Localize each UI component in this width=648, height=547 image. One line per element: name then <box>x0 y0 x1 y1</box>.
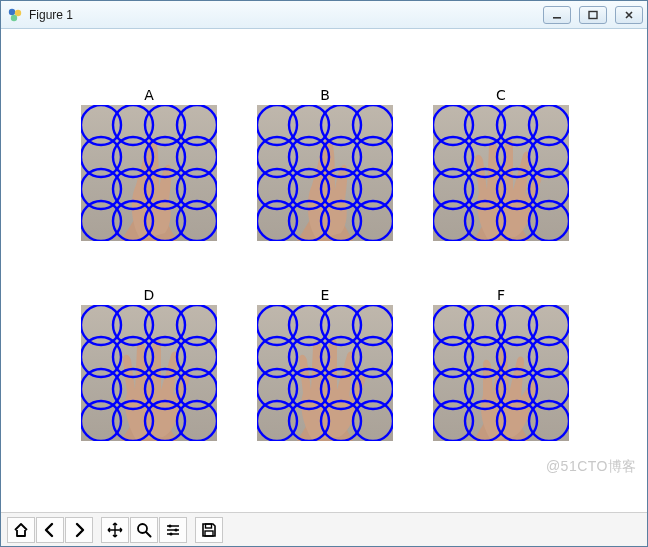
toolbar <box>1 512 647 546</box>
svg-point-34 <box>353 169 393 209</box>
svg-point-28 <box>289 137 329 177</box>
svg-point-45 <box>465 137 505 177</box>
svg-point-89 <box>353 401 393 441</box>
svg-point-75 <box>289 305 329 345</box>
svg-rect-3 <box>553 17 561 19</box>
svg-point-87 <box>289 401 329 441</box>
pan-button[interactable] <box>101 517 129 543</box>
maximize-button[interactable] <box>579 6 607 24</box>
svg-point-72 <box>177 401 217 441</box>
svg-point-65 <box>81 369 121 409</box>
svg-point-69 <box>81 401 121 441</box>
svg-point-79 <box>289 337 329 377</box>
svg-point-44 <box>433 137 473 177</box>
svg-point-31 <box>257 169 297 209</box>
svg-point-64 <box>177 337 217 377</box>
svg-point-29 <box>321 137 361 177</box>
svg-point-58 <box>113 305 153 345</box>
svg-point-0 <box>9 8 15 14</box>
subplot-image <box>81 105 217 241</box>
figure-canvas: @51CTO博客 A B C D E <box>1 29 647 512</box>
svg-point-46 <box>497 137 537 177</box>
svg-point-27 <box>257 137 297 177</box>
svg-point-80 <box>321 337 361 377</box>
svg-point-53 <box>465 201 505 241</box>
svg-point-96 <box>465 337 505 377</box>
svg-point-19 <box>113 201 153 241</box>
subplot-image <box>257 105 393 241</box>
svg-point-47 <box>529 137 569 177</box>
svg-point-17 <box>177 169 217 209</box>
subplot-c: C <box>433 87 569 241</box>
minimize-button[interactable] <box>543 6 571 24</box>
subplot-e: E <box>257 287 393 441</box>
svg-point-77 <box>353 305 393 345</box>
back-button[interactable] <box>36 517 64 543</box>
subplot-title: A <box>81 87 217 103</box>
subplot-image <box>81 305 217 441</box>
svg-point-85 <box>353 369 393 409</box>
watermark: @51CTO博客 <box>546 458 637 476</box>
configure-subplots-button[interactable] <box>159 517 187 543</box>
svg-point-70 <box>113 401 153 441</box>
figure-window: Figure 1 @51CTO博客 A B C <box>0 0 648 547</box>
svg-point-102 <box>529 369 569 409</box>
subplot-f: F <box>433 287 569 441</box>
subplot-image <box>257 305 393 441</box>
svg-point-104 <box>465 401 505 441</box>
subplot-image <box>433 105 569 241</box>
svg-point-33 <box>321 169 361 209</box>
svg-point-78 <box>257 337 297 377</box>
svg-point-54 <box>497 201 537 241</box>
svg-point-67 <box>145 369 185 409</box>
svg-point-2 <box>11 14 17 20</box>
svg-point-15 <box>113 169 153 209</box>
svg-point-6 <box>81 105 121 145</box>
svg-point-97 <box>497 337 537 377</box>
subplot-title: D <box>81 287 217 303</box>
save-button[interactable] <box>195 517 223 543</box>
svg-point-35 <box>257 201 297 241</box>
svg-point-59 <box>145 305 185 345</box>
close-button[interactable] <box>615 6 643 24</box>
svg-point-42 <box>497 105 537 145</box>
svg-point-110 <box>169 532 172 535</box>
svg-point-68 <box>177 369 217 409</box>
svg-point-18 <box>81 201 121 241</box>
subplot-title: E <box>257 287 393 303</box>
svg-point-40 <box>433 105 473 145</box>
svg-point-48 <box>433 169 473 209</box>
svg-point-101 <box>497 369 537 409</box>
svg-point-60 <box>177 305 217 345</box>
svg-point-109 <box>174 528 177 531</box>
svg-point-103 <box>433 401 473 441</box>
svg-point-88 <box>321 401 361 441</box>
svg-point-86 <box>257 401 297 441</box>
svg-point-25 <box>321 105 361 145</box>
svg-point-21 <box>177 201 217 241</box>
svg-point-8 <box>145 105 185 145</box>
svg-point-7 <box>113 105 153 145</box>
svg-point-49 <box>465 169 505 209</box>
svg-rect-4 <box>589 11 597 18</box>
svg-point-93 <box>497 305 537 345</box>
svg-point-38 <box>353 201 393 241</box>
svg-point-37 <box>321 201 361 241</box>
home-button[interactable] <box>7 517 35 543</box>
subplot-d: D <box>81 287 217 441</box>
forward-button[interactable] <box>65 517 93 543</box>
svg-point-51 <box>529 169 569 209</box>
svg-point-84 <box>321 369 361 409</box>
svg-point-99 <box>433 369 473 409</box>
svg-point-30 <box>353 137 393 177</box>
svg-point-24 <box>289 105 329 145</box>
zoom-button[interactable] <box>130 517 158 543</box>
svg-point-23 <box>257 105 297 145</box>
svg-point-13 <box>177 137 217 177</box>
svg-point-50 <box>497 169 537 209</box>
svg-point-106 <box>529 401 569 441</box>
svg-point-41 <box>465 105 505 145</box>
svg-point-16 <box>145 169 185 209</box>
svg-point-52 <box>433 201 473 241</box>
svg-point-63 <box>145 337 185 377</box>
